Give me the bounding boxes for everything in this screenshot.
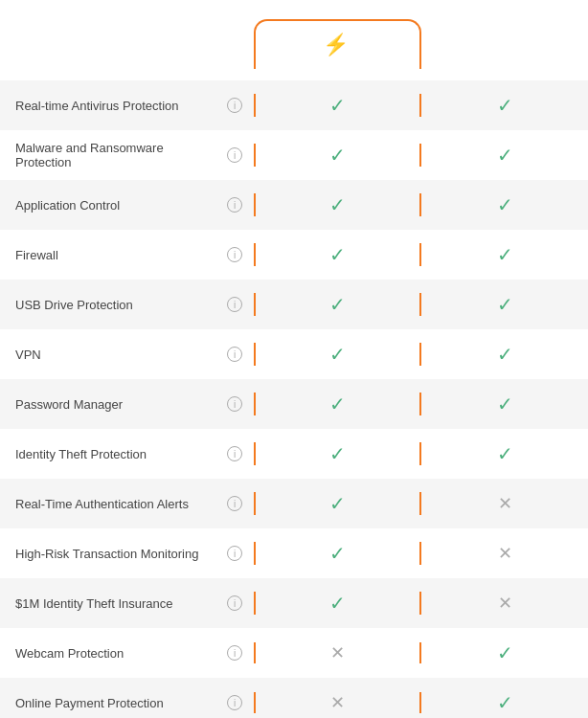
kaspersky-value-cell: ✓ [421, 393, 588, 415]
info-icon[interactable]: i [227, 396, 242, 412]
kaspersky-value-cell: ✓ [421, 442, 588, 465]
ultraav-value-cell: ✓ [254, 243, 421, 266]
ultraav-value-cell: ✓ [254, 592, 421, 615]
ultraav-value-cell: ✓ [254, 442, 421, 465]
info-icon[interactable]: i [227, 595, 242, 611]
ultraav-value-cell: ✓ [254, 393, 421, 415]
info-icon[interactable]: i [227, 197, 242, 213]
check-icon: ✓ [497, 641, 513, 664]
info-icon[interactable]: i [227, 546, 242, 561]
ultraav-logo: ⚡ [323, 33, 352, 57]
check-icon: ✓ [329, 592, 346, 615]
bolt-icon: ⚡ [323, 33, 349, 57]
rows-container: Real-time Antivirus Protection i ✓ ✓ Mal… [0, 80, 588, 718]
check-icon: ✓ [497, 442, 513, 465]
kaspersky-value-cell: ✕ [421, 543, 588, 564]
kaspersky-value-cell: ✓ [421, 243, 588, 266]
check-icon: ✓ [329, 442, 346, 465]
kaspersky-value-cell: ✓ [421, 343, 588, 366]
table-row: Real-time Antivirus Protection i ✓ ✓ [0, 80, 588, 130]
check-icon: ✓ [497, 94, 513, 117]
info-icon[interactable]: i [227, 496, 242, 511]
check-icon: ✓ [497, 243, 513, 266]
kaspersky-value-cell: ✓ [421, 94, 588, 117]
info-icon[interactable]: i [227, 645, 242, 661]
table-row: Firewall i ✓ ✓ [0, 230, 588, 280]
check-icon: ✓ [497, 343, 513, 366]
kaspersky-value-cell: ✓ [421, 293, 588, 316]
table-row: Malware and Ransomware Protection i ✓ ✓ [0, 130, 588, 180]
table-row: Online Payment Protection i ✕ ✓ [0, 678, 588, 718]
check-icon: ✓ [329, 492, 346, 515]
header-row: ⚡ [0, 0, 588, 80]
ultraav-header: ⚡ [254, 19, 421, 69]
cross-icon: ✕ [330, 692, 345, 713]
comparison-table: ⚡ Real-time Antivirus Protection i ✓ ✓ M… [0, 0, 588, 718]
ultraav-value-cell: ✕ [254, 642, 421, 663]
feature-name: High-Risk Transaction Monitoring [15, 547, 219, 561]
table-row: $1M Identity Theft Insurance i ✓ ✕ [0, 578, 588, 628]
feature-name: Firewall [15, 248, 219, 262]
check-icon: ✓ [497, 144, 513, 167]
kaspersky-value-cell: ✕ [421, 493, 588, 514]
ultraav-value-cell: ✓ [254, 343, 421, 366]
ultraav-value-cell: ✓ [254, 293, 421, 316]
table-row: Password Manager i ✓ ✓ [0, 379, 588, 429]
feature-name: VPN [15, 348, 219, 362]
ultraav-value-cell: ✓ [254, 542, 421, 565]
feature-cell: USB Drive Protection i [0, 289, 254, 320]
info-icon[interactable]: i [227, 247, 242, 262]
check-icon: ✓ [329, 393, 346, 415]
check-icon: ✓ [329, 542, 346, 565]
ultraav-value-cell: ✓ [254, 492, 421, 515]
info-icon[interactable]: i [227, 297, 242, 312]
feature-cell: $1M Identity Theft Insurance i [0, 588, 254, 618]
feature-cell: Real-Time Authentication Alerts i [0, 488, 254, 519]
check-icon: ✓ [329, 94, 346, 117]
table-row: USB Drive Protection i ✓ ✓ [0, 280, 588, 329]
cross-icon: ✕ [498, 593, 512, 614]
feature-name: Online Payment Protection [15, 696, 219, 710]
kaspersky-value-cell: ✕ [421, 593, 588, 614]
feature-cell: Firewall i [0, 239, 254, 270]
check-icon: ✓ [329, 193, 346, 216]
feature-name: Webcam Protection [15, 646, 219, 661]
check-icon: ✓ [329, 243, 346, 266]
feature-cell: Online Payment Protection i [0, 687, 254, 718]
feature-cell: Malware and Ransomware Protection i [0, 133, 254, 177]
feature-cell: Password Manager i [0, 389, 254, 419]
cross-icon: ✕ [330, 642, 345, 663]
table-row: Webcam Protection i ✕ ✓ [0, 628, 588, 678]
info-icon[interactable]: i [227, 446, 242, 461]
feature-cell: VPN i [0, 339, 254, 370]
info-icon[interactable]: i [227, 98, 242, 113]
ultraav-value-cell: ✓ [254, 193, 421, 216]
check-icon: ✓ [497, 293, 513, 316]
kaspersky-value-cell: ✓ [421, 193, 588, 216]
feature-name: Identity Theft Protection [15, 447, 219, 461]
feature-name: Real-time Antivirus Protection [15, 99, 219, 113]
table-row: Identity Theft Protection i ✓ ✓ [0, 429, 588, 479]
feature-cell: High-Risk Transaction Monitoring i [0, 538, 254, 569]
table-row: Application Control i ✓ ✓ [0, 180, 588, 230]
table-row: Real-Time Authentication Alerts i ✓ ✕ [0, 479, 588, 528]
table-row: VPN i ✓ ✓ [0, 329, 588, 379]
ultraav-value-cell: ✓ [254, 144, 421, 167]
feature-name: $1M Identity Theft Insurance [15, 596, 219, 611]
ultraav-value-cell: ✓ [254, 94, 421, 117]
info-icon[interactable]: i [227, 695, 242, 710]
kaspersky-value-cell: ✓ [421, 641, 588, 664]
check-icon: ✓ [329, 293, 346, 316]
feature-cell: Real-time Antivirus Protection i [0, 90, 254, 121]
cross-icon: ✕ [498, 493, 512, 514]
check-icon: ✓ [497, 691, 513, 714]
check-icon: ✓ [497, 393, 513, 415]
info-icon[interactable]: i [227, 147, 242, 163]
info-icon[interactable]: i [227, 347, 242, 362]
kaspersky-value-cell: ✓ [421, 144, 588, 167]
table-row: High-Risk Transaction Monitoring i ✓ ✕ [0, 528, 588, 578]
feature-cell: Application Control i [0, 190, 254, 220]
feature-name: Malware and Ransomware Protection [15, 141, 219, 169]
feature-name: Real-Time Authentication Alerts [15, 497, 219, 511]
feature-name: Password Manager [15, 397, 219, 412]
